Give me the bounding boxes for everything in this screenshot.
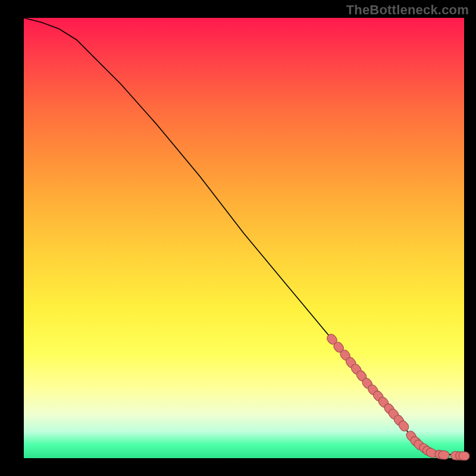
plot-area <box>24 18 464 458</box>
bottleneck-curve <box>24 18 464 456</box>
scatter-point <box>458 451 469 461</box>
plot-svg <box>24 18 464 458</box>
svg-rect-21 <box>438 450 449 460</box>
scatter-point <box>438 450 449 460</box>
chart-frame: TheBottleneck.com <box>0 0 476 476</box>
attribution-text: TheBottleneck.com <box>346 2 469 18</box>
scatter-layer <box>325 333 470 461</box>
svg-rect-24 <box>458 451 469 461</box>
